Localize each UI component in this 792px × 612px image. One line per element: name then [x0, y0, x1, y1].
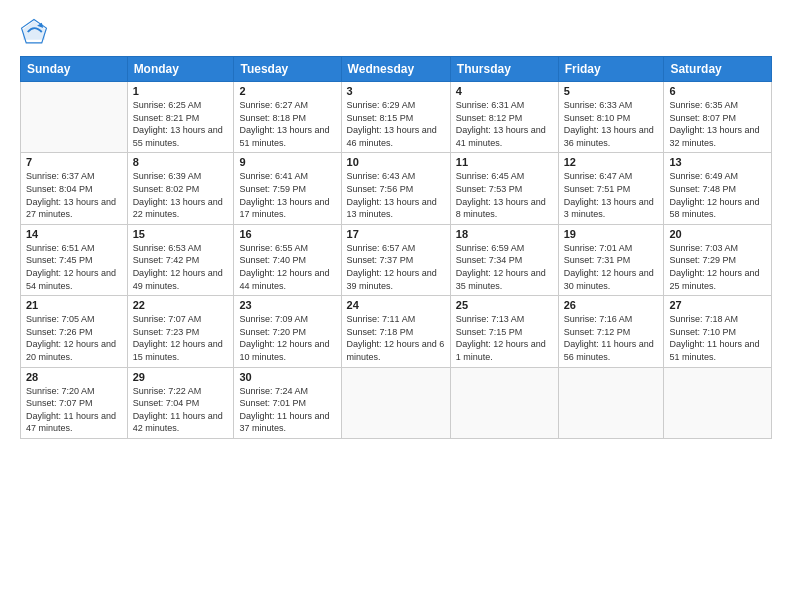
weekday-header: Tuesday [234, 57, 341, 82]
day-info: Sunrise: 7:09 AMSunset: 7:20 PMDaylight:… [239, 313, 335, 363]
day-info: Sunrise: 6:37 AMSunset: 8:04 PMDaylight:… [26, 170, 122, 220]
calendar-cell: 15Sunrise: 6:53 AMSunset: 7:42 PMDayligh… [127, 224, 234, 295]
day-number: 29 [133, 371, 229, 383]
day-info: Sunrise: 7:16 AMSunset: 7:12 PMDaylight:… [564, 313, 659, 363]
weekday-header: Thursday [450, 57, 558, 82]
day-info: Sunrise: 6:29 AMSunset: 8:15 PMDaylight:… [347, 99, 445, 149]
weekday-header: Monday [127, 57, 234, 82]
calendar-cell: 10Sunrise: 6:43 AMSunset: 7:56 PMDayligh… [341, 153, 450, 224]
calendar-cell: 6Sunrise: 6:35 AMSunset: 8:07 PMDaylight… [664, 82, 772, 153]
calendar-cell: 18Sunrise: 6:59 AMSunset: 7:34 PMDayligh… [450, 224, 558, 295]
day-number: 5 [564, 85, 659, 97]
calendar-week-row: 7Sunrise: 6:37 AMSunset: 8:04 PMDaylight… [21, 153, 772, 224]
day-number: 23 [239, 299, 335, 311]
day-number: 22 [133, 299, 229, 311]
calendar-cell: 7Sunrise: 6:37 AMSunset: 8:04 PMDaylight… [21, 153, 128, 224]
calendar-cell: 8Sunrise: 6:39 AMSunset: 8:02 PMDaylight… [127, 153, 234, 224]
day-number: 15 [133, 228, 229, 240]
day-number: 21 [26, 299, 122, 311]
day-info: Sunrise: 7:18 AMSunset: 7:10 PMDaylight:… [669, 313, 766, 363]
calendar-cell: 30Sunrise: 7:24 AMSunset: 7:01 PMDayligh… [234, 367, 341, 438]
day-info: Sunrise: 6:43 AMSunset: 7:56 PMDaylight:… [347, 170, 445, 220]
day-number: 3 [347, 85, 445, 97]
calendar-cell: 27Sunrise: 7:18 AMSunset: 7:10 PMDayligh… [664, 296, 772, 367]
day-info: Sunrise: 7:11 AMSunset: 7:18 PMDaylight:… [347, 313, 445, 363]
day-info: Sunrise: 6:31 AMSunset: 8:12 PMDaylight:… [456, 99, 553, 149]
day-info: Sunrise: 6:55 AMSunset: 7:40 PMDaylight:… [239, 242, 335, 292]
day-info: Sunrise: 7:24 AMSunset: 7:01 PMDaylight:… [239, 385, 335, 435]
calendar-table: SundayMondayTuesdayWednesdayThursdayFrid… [20, 56, 772, 439]
day-info: Sunrise: 7:13 AMSunset: 7:15 PMDaylight:… [456, 313, 553, 363]
calendar-cell: 16Sunrise: 6:55 AMSunset: 7:40 PMDayligh… [234, 224, 341, 295]
day-number: 7 [26, 156, 122, 168]
day-number: 28 [26, 371, 122, 383]
calendar-cell: 3Sunrise: 6:29 AMSunset: 8:15 PMDaylight… [341, 82, 450, 153]
weekday-header: Wednesday [341, 57, 450, 82]
calendar-cell: 12Sunrise: 6:47 AMSunset: 7:51 PMDayligh… [558, 153, 664, 224]
day-info: Sunrise: 6:39 AMSunset: 8:02 PMDaylight:… [133, 170, 229, 220]
day-info: Sunrise: 6:27 AMSunset: 8:18 PMDaylight:… [239, 99, 335, 149]
logo-icon [20, 18, 48, 46]
day-info: Sunrise: 6:35 AMSunset: 8:07 PMDaylight:… [669, 99, 766, 149]
calendar-cell: 28Sunrise: 7:20 AMSunset: 7:07 PMDayligh… [21, 367, 128, 438]
day-info: Sunrise: 6:25 AMSunset: 8:21 PMDaylight:… [133, 99, 229, 149]
day-info: Sunrise: 7:03 AMSunset: 7:29 PMDaylight:… [669, 242, 766, 292]
day-info: Sunrise: 7:22 AMSunset: 7:04 PMDaylight:… [133, 385, 229, 435]
day-info: Sunrise: 6:49 AMSunset: 7:48 PMDaylight:… [669, 170, 766, 220]
day-info: Sunrise: 6:33 AMSunset: 8:10 PMDaylight:… [564, 99, 659, 149]
day-number: 30 [239, 371, 335, 383]
day-info: Sunrise: 6:47 AMSunset: 7:51 PMDaylight:… [564, 170, 659, 220]
weekday-header: Friday [558, 57, 664, 82]
day-number: 20 [669, 228, 766, 240]
page: SundayMondayTuesdayWednesdayThursdayFrid… [0, 0, 792, 612]
calendar-cell: 25Sunrise: 7:13 AMSunset: 7:15 PMDayligh… [450, 296, 558, 367]
day-number: 13 [669, 156, 766, 168]
day-info: Sunrise: 6:57 AMSunset: 7:37 PMDaylight:… [347, 242, 445, 292]
calendar-cell: 20Sunrise: 7:03 AMSunset: 7:29 PMDayligh… [664, 224, 772, 295]
day-info: Sunrise: 7:05 AMSunset: 7:26 PMDaylight:… [26, 313, 122, 363]
day-info: Sunrise: 7:20 AMSunset: 7:07 PMDaylight:… [26, 385, 122, 435]
calendar-cell: 26Sunrise: 7:16 AMSunset: 7:12 PMDayligh… [558, 296, 664, 367]
day-info: Sunrise: 7:07 AMSunset: 7:23 PMDaylight:… [133, 313, 229, 363]
calendar-cell: 11Sunrise: 6:45 AMSunset: 7:53 PMDayligh… [450, 153, 558, 224]
day-info: Sunrise: 6:53 AMSunset: 7:42 PMDaylight:… [133, 242, 229, 292]
day-number: 16 [239, 228, 335, 240]
day-number: 10 [347, 156, 445, 168]
day-number: 25 [456, 299, 553, 311]
day-number: 9 [239, 156, 335, 168]
day-number: 26 [564, 299, 659, 311]
day-info: Sunrise: 6:59 AMSunset: 7:34 PMDaylight:… [456, 242, 553, 292]
day-number: 14 [26, 228, 122, 240]
day-number: 6 [669, 85, 766, 97]
day-number: 24 [347, 299, 445, 311]
calendar-cell: 9Sunrise: 6:41 AMSunset: 7:59 PMDaylight… [234, 153, 341, 224]
calendar-week-row: 14Sunrise: 6:51 AMSunset: 7:45 PMDayligh… [21, 224, 772, 295]
day-info: Sunrise: 7:01 AMSunset: 7:31 PMDaylight:… [564, 242, 659, 292]
calendar-cell: 23Sunrise: 7:09 AMSunset: 7:20 PMDayligh… [234, 296, 341, 367]
weekday-header: Sunday [21, 57, 128, 82]
day-info: Sunrise: 6:41 AMSunset: 7:59 PMDaylight:… [239, 170, 335, 220]
calendar-cell: 21Sunrise: 7:05 AMSunset: 7:26 PMDayligh… [21, 296, 128, 367]
calendar-cell: 29Sunrise: 7:22 AMSunset: 7:04 PMDayligh… [127, 367, 234, 438]
calendar-header-row: SundayMondayTuesdayWednesdayThursdayFrid… [21, 57, 772, 82]
calendar-cell: 24Sunrise: 7:11 AMSunset: 7:18 PMDayligh… [341, 296, 450, 367]
calendar-cell: 17Sunrise: 6:57 AMSunset: 7:37 PMDayligh… [341, 224, 450, 295]
calendar-cell [558, 367, 664, 438]
day-info: Sunrise: 6:51 AMSunset: 7:45 PMDaylight:… [26, 242, 122, 292]
day-number: 12 [564, 156, 659, 168]
calendar-cell: 5Sunrise: 6:33 AMSunset: 8:10 PMDaylight… [558, 82, 664, 153]
calendar-cell: 22Sunrise: 7:07 AMSunset: 7:23 PMDayligh… [127, 296, 234, 367]
calendar-cell: 13Sunrise: 6:49 AMSunset: 7:48 PMDayligh… [664, 153, 772, 224]
calendar-week-row: 28Sunrise: 7:20 AMSunset: 7:07 PMDayligh… [21, 367, 772, 438]
day-number: 8 [133, 156, 229, 168]
calendar-cell: 2Sunrise: 6:27 AMSunset: 8:18 PMDaylight… [234, 82, 341, 153]
logo [20, 18, 52, 46]
calendar-cell [21, 82, 128, 153]
day-number: 17 [347, 228, 445, 240]
day-number: 1 [133, 85, 229, 97]
day-number: 11 [456, 156, 553, 168]
day-number: 4 [456, 85, 553, 97]
calendar-cell: 14Sunrise: 6:51 AMSunset: 7:45 PMDayligh… [21, 224, 128, 295]
day-number: 18 [456, 228, 553, 240]
day-number: 19 [564, 228, 659, 240]
